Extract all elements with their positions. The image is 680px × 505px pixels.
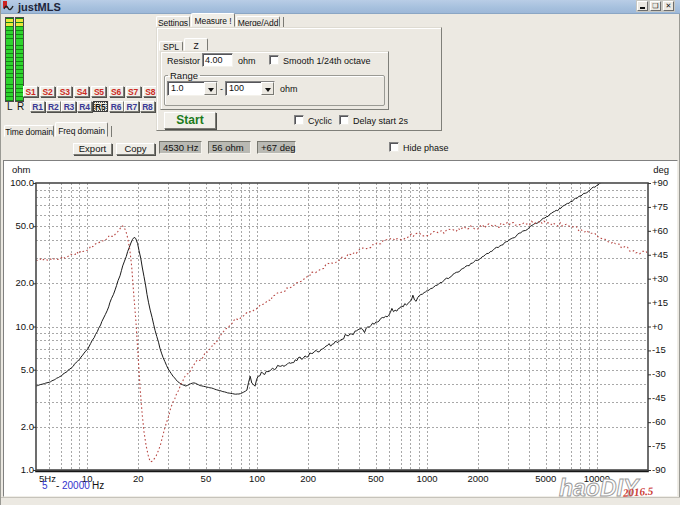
cyclic-checkbox[interactable] [294,115,304,125]
y-left-tick-label: 5.0 [21,364,34,375]
copy-button[interactable]: Copy [116,143,155,155]
y-left-tick-label: 2.0 [21,421,34,432]
delay-checkbox[interactable] [339,115,349,125]
cyclic-label: Cyclic [308,116,332,126]
y-right-tick-label: +60 [652,225,668,236]
phase-curve [36,221,648,462]
store-button-s1[interactable]: S1 [23,86,38,97]
range-max-dropdown[interactable]: 100 [225,81,275,96]
meter-segment [6,85,13,88]
meter-segment [16,70,23,73]
title-bar: justMLS ❏ ✕ [1,0,680,14]
minimize-icon [640,7,645,9]
x-tick-label: 10000 [584,473,610,484]
recall-button-r4[interactable]: R4 [77,101,92,112]
meter-segment [6,66,13,69]
x-tick-label: 100 [249,473,265,484]
smooth-checkbox[interactable] [269,55,279,65]
y-right-tick-label: -75 [652,440,666,451]
tab-merge-add[interactable]: Merge/Add [236,16,280,27]
cursor-ohm-readout: 56 ohm [208,141,251,154]
meter-segment [6,97,13,100]
y-right-tick-label: +15 [652,297,668,308]
cursor-freq-readout: 4530 Hz [159,141,202,154]
store-button-s4[interactable]: S4 [74,86,89,97]
x-tick-label: 2000 [468,473,489,484]
store-button-s3[interactable]: S3 [57,86,72,97]
resistor-unit-label: ohm [238,56,256,66]
hide-phase-checkbox[interactable] [389,142,399,152]
recall-button-r6[interactable]: R6 [109,101,124,112]
subtab-z[interactable]: Z [184,38,208,51]
range-unit-label: ohm [280,84,298,94]
chart-panel: ohmdeg100.050.020.010.05.02.01.0+90+75+6… [3,160,678,497]
tab-settings[interactable]: Settings [156,16,190,27]
export-button[interactable]: Export [73,143,112,155]
x-tick-label: 20 [133,473,144,484]
status-range-dash: - [56,480,59,491]
tab-time-domain[interactable]: Time domain [4,125,54,137]
store-button-s2[interactable]: S2 [40,86,55,97]
recall-button-r7[interactable]: R7 [124,101,139,112]
meter-peak-segment [16,23,23,26]
meter-segment [6,78,13,81]
y-right-tick-label: -30 [652,368,666,379]
cursor-deg-readout: +67 deg [257,141,296,154]
store-button-s7[interactable]: S7 [126,86,141,97]
start-button[interactable]: Start [164,112,216,129]
meter-peak-segment [6,23,13,26]
meter-segment [16,62,23,65]
restore-button[interactable]: ❏ [650,1,661,11]
range-dash: - [220,84,223,94]
smooth-label: Smooth 1/24th octave [283,56,371,66]
meter-segment [6,81,13,84]
meter-segment [6,50,13,53]
tab-strip-edge [111,126,112,137]
x-tick-label: 50 [201,473,212,484]
grid-lines [36,183,648,470]
recall-button-r2[interactable]: R2 [46,101,61,112]
meter-segment [16,78,23,81]
meter-segment [6,31,13,34]
resistor-input[interactable]: 4.00 [202,53,233,67]
y-left-tick-label: 50.0 [16,220,35,231]
meter-segment [6,58,13,61]
resistor-label: Resistor [167,56,200,66]
recall-button-r5[interactable]: R5 [93,101,108,112]
recall-button-r1[interactable]: R1 [30,101,45,112]
tab-freq-domain[interactable]: Freq domain [55,122,108,137]
meter-segment [16,39,23,42]
meter-segment [16,35,23,38]
meter-segment [16,27,23,30]
window-title: justMLS [18,0,61,14]
impedance-phase-chart: ohmdeg100.050.020.010.05.02.01.0+90+75+6… [4,161,677,496]
chevron-down-icon[interactable] [261,82,274,95]
close-button[interactable]: ✕ [663,1,674,11]
meter-segment [6,39,13,42]
meter-segment [16,93,23,96]
y-right-tick-label: -60 [652,416,666,427]
meter-segment [16,31,23,34]
delay-label: Delay start 2s [353,116,408,126]
status-range-from: 5 [42,480,48,491]
minimize-button[interactable] [637,1,648,11]
y-right-tick-label: -90 [652,464,666,475]
meter-segment [6,70,13,73]
meter-segment [16,97,23,100]
subtab-spl[interactable]: SPL [159,41,183,51]
store-button-s6[interactable]: S6 [109,86,124,97]
tab-measure-[interactable]: Measure ! [191,13,235,27]
y-left-tick-label: 10.0 [16,321,35,332]
chevron-down-icon[interactable] [204,82,217,95]
range-min-dropdown[interactable]: 1.0 [167,81,218,96]
meter-segment [6,42,13,45]
y-right-tick-label: +30 [652,273,668,284]
store-button-s5[interactable]: S5 [91,86,106,97]
meter-segment [16,66,23,69]
meter-peak-segment [6,19,13,22]
recall-button-r8[interactable]: R8 [140,101,155,112]
meter-segment [6,35,13,38]
y-left-tick-label: 100.0 [10,177,34,188]
meter-segment [6,46,13,49]
recall-button-r3[interactable]: R3 [61,101,76,112]
